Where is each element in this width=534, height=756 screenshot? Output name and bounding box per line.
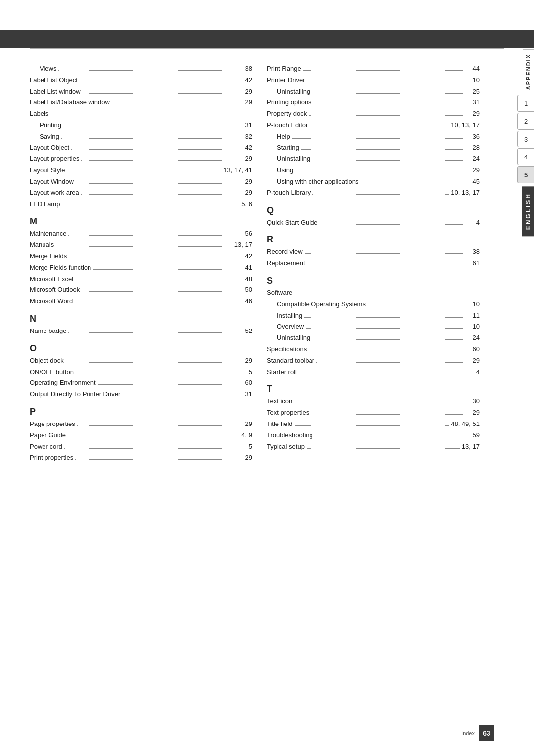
section-header-t: T — [267, 384, 480, 394]
list-item: Saving 32 — [30, 132, 252, 142]
list-item: Output Directly To Printer Driver 31 — [30, 389, 252, 400]
list-item: Merge Fields function 41 — [30, 263, 252, 273]
tab-2[interactable]: 2 — [517, 113, 534, 130]
list-item: Layout Window 29 — [30, 177, 252, 187]
list-item: Manuals 13, 17 — [30, 240, 252, 250]
list-item: Print properties 29 — [30, 453, 252, 463]
list-item: Record view 38 — [267, 247, 480, 257]
list-item: LED Lamp 5, 6 — [30, 199, 252, 210]
tab-3[interactable]: 3 — [517, 131, 534, 147]
list-item: Using with other applications 45 — [267, 177, 480, 187]
tab-5[interactable]: 5 — [517, 166, 534, 183]
list-item: Troubleshooting 59 — [267, 430, 480, 441]
list-item: Text properties 29 — [267, 408, 480, 418]
english-label: ENGLISH — [522, 186, 534, 236]
list-item: Microsoft Outlook 50 — [30, 285, 252, 295]
list-item: P-touch Editor 10, 13, 17 — [267, 120, 480, 131]
list-item: Label List/Database window 29 — [30, 97, 252, 108]
list-item: Printer Driver 10 — [267, 75, 480, 86]
list-item: Using 29 — [267, 165, 480, 176]
section-header-q: Q — [267, 205, 480, 216]
list-item: Software — [267, 288, 480, 298]
list-item: Power cord 5 — [30, 442, 252, 452]
header-bar — [0, 30, 534, 48]
list-item: Replacement 61 — [267, 258, 480, 269]
list-item: Printing options 31 — [267, 97, 480, 108]
section-header-n: N — [30, 314, 252, 324]
list-item: Starting 28 — [267, 143, 480, 153]
list-item: Print Range 44 — [267, 64, 480, 74]
tab-4[interactable]: 4 — [517, 148, 534, 165]
list-item: Layout properties 29 — [30, 154, 252, 164]
appendix-label: APPENDIX — [523, 49, 534, 94]
list-item: Title field 48, 49, 51 — [267, 419, 480, 429]
index-label: Index — [461, 730, 475, 736]
list-item: Merge Fields 42 — [30, 251, 252, 262]
list-item: Operating Environment 60 — [30, 378, 252, 388]
list-item: Object dock 29 — [30, 356, 252, 366]
list-item: Text icon 30 — [267, 396, 480, 407]
list-item: ON/OFF button 5 — [30, 367, 252, 378]
list-item: Label List Object 42 — [30, 75, 252, 86]
page-container: APPENDIX 1 2 3 4 5 ENGLISH Views 38 Labe… — [0, 0, 534, 756]
list-item: Overview 10 — [267, 322, 480, 332]
list-item: Paper Guide 4, 9 — [30, 430, 252, 441]
tab-1[interactable]: 1 — [517, 95, 534, 112]
list-item: Uninstalling 24 — [267, 154, 480, 164]
list-item: Typical setup 13, 17 — [267, 442, 480, 452]
list-item: Maintenance 56 — [30, 229, 252, 239]
list-item: Property dock 29 — [267, 109, 480, 119]
list-item: Uninstalling 24 — [267, 333, 480, 343]
list-item: Quick Start Guide 4 — [267, 218, 480, 228]
list-item: Label List window 29 — [30, 87, 252, 97]
list-item: Microsoft Excel 48 — [30, 274, 252, 284]
list-item: Layout Style 13, 17, 41 — [30, 165, 252, 176]
list-item: Compatible Operating Systems 10 — [267, 299, 480, 310]
list-item: Name badge 52 — [30, 326, 252, 336]
page-number: 63 — [479, 725, 494, 741]
list-item: Layout Object 42 — [30, 143, 252, 153]
list-item: Uninstalling 25 — [267, 87, 480, 97]
footer: Index 63 — [461, 725, 494, 741]
list-item: Specifications 60 — [267, 344, 480, 355]
section-header-m: M — [30, 216, 252, 227]
list-item: Standard toolbar 29 — [267, 356, 480, 366]
left-column: Views 38 Label List Object 42 Label List… — [30, 64, 267, 464]
list-item: Labels — [30, 109, 252, 119]
main-content: Views 38 Label List Object 42 Label List… — [0, 54, 534, 474]
section-header-p: P — [30, 407, 252, 417]
right-tabs: APPENDIX 1 2 3 4 5 ENGLISH — [517, 49, 534, 237]
section-header-o: O — [30, 343, 252, 354]
top-rule — [30, 48, 504, 49]
list-item: P-touch Library 10, 13, 17 — [267, 188, 480, 198]
list-item: Help 36 — [267, 132, 480, 142]
list-item: Printing 31 — [30, 120, 252, 131]
right-column: Print Range 44 Printer Driver 10 Uninsta… — [267, 64, 504, 464]
list-item: Views 38 — [30, 64, 252, 74]
list-item: Installing 11 — [267, 311, 480, 321]
list-item: Microsoft Word 46 — [30, 296, 252, 307]
list-item: Page properties 29 — [30, 419, 252, 429]
list-item: Layout work area 29 — [30, 188, 252, 198]
section-header-r: R — [267, 235, 480, 245]
list-item: Starter roll 4 — [267, 367, 480, 378]
section-header-s: S — [267, 276, 480, 286]
